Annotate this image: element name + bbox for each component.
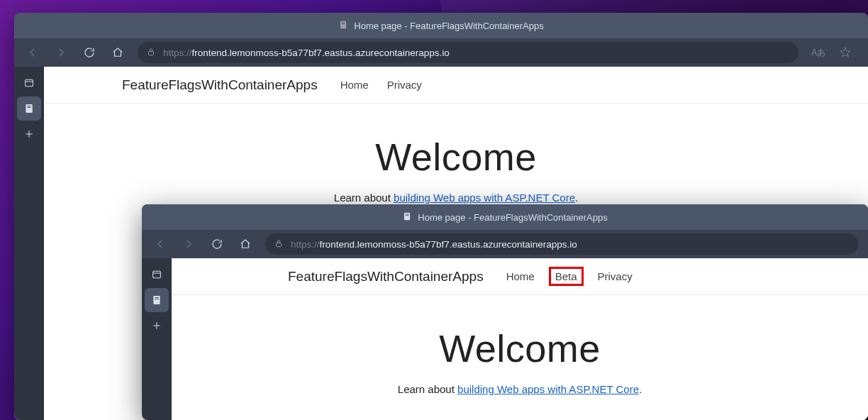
url-protocol: https://	[163, 48, 192, 58]
svg-rect-13	[406, 215, 409, 216]
page-icon	[338, 20, 348, 32]
hero-sub-link[interactable]: building Web apps with ASP.NET Core	[394, 192, 575, 204]
svg-rect-15	[153, 271, 161, 277]
tab-strip: Home page - FeatureFlagsWithContainerApp…	[14, 13, 868, 38]
tab-strip: Home page - FeatureFlagsWithContainerApp…	[142, 204, 868, 230]
lock-icon	[146, 47, 156, 59]
home-button[interactable]	[233, 233, 258, 255]
nav-link-privacy[interactable]: Privacy	[595, 269, 635, 284]
browser-window-2: Home page - FeatureFlagsWithContainerApp…	[142, 204, 868, 420]
toolbar: https://frontend.lemonmoss-b5a77bf7.east…	[142, 230, 868, 258]
nav-link-home[interactable]: Home	[503, 269, 538, 284]
nav-link-privacy[interactable]: Privacy	[384, 77, 425, 92]
hero-subtitle: Learn about building Web apps with ASP.N…	[44, 192, 868, 204]
back-button[interactable]	[148, 233, 173, 255]
reader-mode-button[interactable]: Aあ	[806, 41, 831, 64]
hero-title: Welcome	[44, 135, 868, 179]
toolbar-right: Aあ	[806, 41, 862, 64]
site-brand[interactable]: FeatureFlagsWithContainerApps	[288, 269, 484, 284]
svg-rect-2	[342, 23, 345, 24]
vertical-tab-strip	[14, 67, 44, 420]
new-tab-button[interactable]	[17, 122, 41, 146]
hero-sub-suffix: .	[639, 383, 642, 395]
refresh-button[interactable]	[77, 41, 102, 64]
tab-title: Home page - FeatureFlagsWithContainerApp…	[354, 21, 543, 31]
hero-sub-suffix: .	[575, 192, 578, 204]
new-tab-button[interactable]	[145, 314, 169, 338]
svg-rect-6	[26, 104, 32, 113]
hero-subtitle: Learn about building Web apps with ASP.N…	[172, 383, 868, 395]
svg-rect-0	[340, 21, 346, 28]
url-host: frontend.lemonmoss-b5a77bf7.eastus.azure…	[320, 239, 577, 250]
tab-actions-button[interactable]	[145, 262, 169, 287]
url-text: https://frontend.lemonmoss-b5a77bf7.east…	[291, 239, 577, 250]
page-content: FeatureFlagsWithContainerApps Home Beta …	[172, 258, 868, 420]
svg-rect-18	[155, 297, 158, 298]
forward-button[interactable]	[176, 233, 201, 255]
svg-rect-17	[153, 296, 160, 304]
vertical-tab[interactable]	[145, 288, 169, 312]
url-host: frontend.lemonmoss-b5a77bf7.eastus.azure…	[192, 48, 450, 58]
lock-icon	[274, 238, 284, 250]
forward-button[interactable]	[48, 41, 74, 64]
toolbar: https://frontend.lemonmoss-b5a77bf7.east…	[14, 38, 868, 67]
url-protocol: https://	[291, 239, 320, 250]
tab-actions-button[interactable]	[17, 71, 41, 95]
hero-sub-link[interactable]: building Web apps with ASP.NET Core	[457, 383, 639, 395]
svg-rect-11	[404, 212, 410, 220]
site-nav: Home Privacy	[338, 77, 425, 92]
hero: Welcome Learn about building Web apps wi…	[172, 295, 868, 395]
svg-rect-12	[406, 214, 409, 214]
svg-rect-1	[342, 22, 345, 23]
site-header: FeatureFlagsWithContainerApps Home Priva…	[44, 67, 868, 104]
favorites-button[interactable]	[833, 41, 858, 64]
svg-rect-3	[149, 51, 154, 55]
site-brand[interactable]: FeatureFlagsWithContainerApps	[122, 77, 318, 93]
page-icon	[402, 211, 412, 223]
back-button[interactable]	[20, 41, 45, 64]
hero-sub-prefix: Learn about	[398, 383, 457, 395]
hero: Welcome Learn about building Web apps wi…	[44, 104, 868, 204]
nav-link-home[interactable]: Home	[338, 77, 372, 92]
svg-rect-14	[277, 243, 282, 246]
vertical-tab[interactable]	[17, 96, 41, 121]
site-header: FeatureFlagsWithContainerApps Home Beta …	[172, 258, 868, 295]
hero-title: Welcome	[172, 326, 868, 370]
url-text: https://frontend.lemonmoss-b5a77bf7.east…	[163, 48, 450, 58]
address-bar[interactable]: https://frontend.lemonmoss-b5a77bf7.east…	[138, 42, 799, 63]
refresh-button[interactable]	[204, 233, 230, 255]
vertical-tab-strip	[142, 258, 172, 420]
svg-rect-4	[26, 79, 33, 86]
client-area: FeatureFlagsWithContainerApps Home Beta …	[142, 258, 868, 420]
nav-link-beta[interactable]: Beta	[549, 267, 584, 286]
svg-rect-7	[27, 106, 30, 106]
svg-rect-19	[155, 299, 158, 299]
site-nav: Home Beta Privacy	[503, 268, 635, 284]
address-bar[interactable]: https://frontend.lemonmoss-b5a77bf7.east…	[265, 233, 858, 255]
svg-rect-8	[27, 107, 30, 108]
tab-title: Home page - FeatureFlagsWithContainerApp…	[418, 212, 607, 223]
hero-sub-prefix: Learn about	[334, 192, 394, 204]
home-button[interactable]	[105, 41, 130, 64]
